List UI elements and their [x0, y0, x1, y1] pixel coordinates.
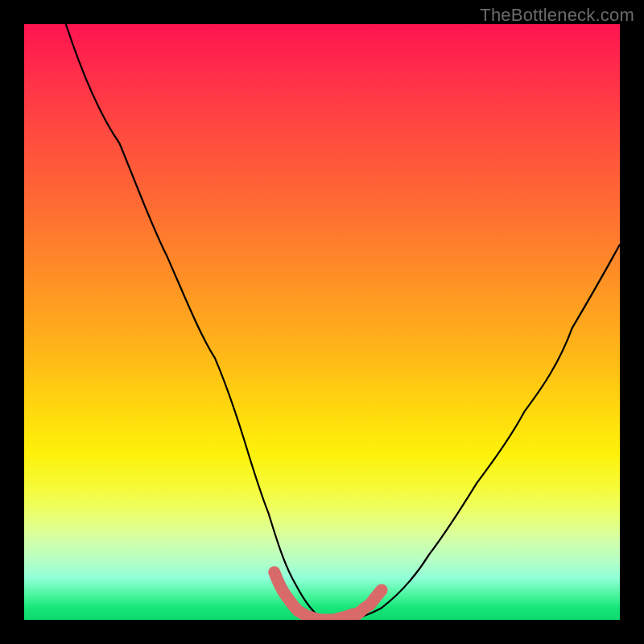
- outer-frame: TheBottleneck.com: [0, 0, 644, 644]
- watermark-text: TheBottleneck.com: [480, 5, 634, 26]
- plot-area: [24, 24, 620, 620]
- chart-svg: [24, 24, 620, 620]
- flat-bottom-highlight: [275, 572, 382, 620]
- bottleneck-curve: [66, 24, 620, 620]
